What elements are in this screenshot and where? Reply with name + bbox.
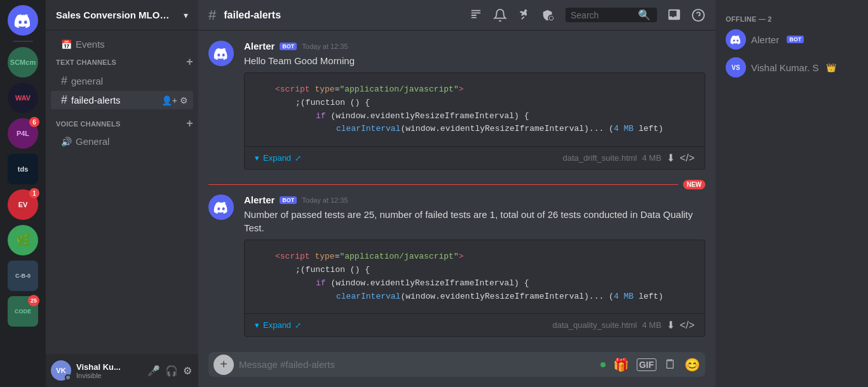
server-icon-scmcm[interactable]: SCMcm xyxy=(8,47,38,78)
message-author-2: Alerter xyxy=(244,194,275,205)
channel-sidebar: Sales Conversion MLOps c ▾ 📅 Events TEXT… xyxy=(46,0,198,387)
sticker-icon[interactable]: 🗒 xyxy=(664,357,677,372)
code-view-icon-2[interactable]: </> xyxy=(680,320,695,331)
file-size-2: 4 MB xyxy=(642,320,661,330)
search-input[interactable] xyxy=(571,10,634,20)
server-icon-cb0[interactable]: C-B-0 xyxy=(8,261,38,291)
chevron-down-icon: ▾ xyxy=(255,153,259,163)
speaker-icon: 🔊 xyxy=(61,137,72,147)
expand-button[interactable]: ▾ Expand ⤢ xyxy=(255,153,301,163)
expand-external-icon: ⤢ xyxy=(295,154,301,163)
message-body: Alerter BOT Today at 12:35 Hello Team Go… xyxy=(244,41,705,170)
chat-header: # failed-alerts 🔍 xyxy=(198,0,715,31)
notification-icon[interactable] xyxy=(493,8,507,22)
user-status: Invisible xyxy=(76,372,141,379)
chevron-down-icon: ▾ xyxy=(184,10,188,20)
code-content: <script type="application/javascript"> ;… xyxy=(245,73,705,146)
divider-line xyxy=(208,184,678,185)
text-channels-section: TEXT CHANNELS + # general # failed-alert… xyxy=(46,53,198,109)
events-item[interactable]: 📅 Events xyxy=(51,36,193,52)
message-header: Alerter BOT Today at 12:35 xyxy=(244,41,705,51)
download-icon-2[interactable]: ⬇ xyxy=(667,319,675,331)
message-author: Alerter xyxy=(244,41,275,51)
channel-item-failed-alerts[interactable]: # failed-alerts 👤+ ⚙ xyxy=(51,91,193,109)
gif-icon[interactable]: GIF xyxy=(637,358,656,371)
user-controls: 🎤 🎧 ⚙ xyxy=(146,363,193,378)
server-icon-ev[interactable]: EV 1 xyxy=(8,189,38,220)
server-divider xyxy=(13,41,33,42)
gift-icon[interactable]: 🎁 xyxy=(613,357,629,372)
server-icon-wav[interactable]: WAV xyxy=(8,83,38,113)
server-icon-tds[interactable]: tds xyxy=(8,154,38,184)
message-avatar-2 xyxy=(208,194,234,220)
chat-input-area: + 🎁 GIF 🗒 😊 xyxy=(198,342,715,387)
members-icon[interactable] xyxy=(541,8,555,22)
pin-icon[interactable] xyxy=(517,8,531,22)
channel-list: 📅 Events TEXT CHANNELS + # general # fai… xyxy=(46,31,198,354)
add-voice-channel-button[interactable]: + xyxy=(186,117,193,130)
mute-button[interactable]: 🎤 xyxy=(146,363,161,378)
file-name-2: data_quality_suite.html xyxy=(553,320,637,330)
emoji-icon[interactable]: 😊 xyxy=(684,357,700,372)
text-channels-header[interactable]: TEXT CHANNELS + xyxy=(46,53,198,71)
code-content-2: <script type="application/javascript"> ;… xyxy=(245,240,705,313)
chat-input-icons: 🎁 GIF 🗒 😊 xyxy=(600,357,700,372)
discord-home-icon[interactable] xyxy=(8,5,38,36)
expand-external-icon-2: ⤢ xyxy=(295,321,301,330)
channel-item-general[interactable]: # general xyxy=(51,72,193,90)
server-icon-p4l[interactable]: P4L 6 xyxy=(8,118,38,149)
code-block: <script type="application/javascript"> ;… xyxy=(244,72,705,170)
calendar-icon: 📅 xyxy=(61,39,72,50)
inbox-icon[interactable] xyxy=(667,8,681,22)
server-icon-code[interactable]: CODE 25 xyxy=(8,296,38,327)
offline-section-header: OFFLINE — 2 xyxy=(721,10,863,25)
search-bar[interactable]: 🔍 xyxy=(566,8,657,22)
message-item: Alerter BOT Today at 12:35 Hello Team Go… xyxy=(208,41,705,170)
online-status-dot xyxy=(600,362,606,367)
threads-icon[interactable] xyxy=(469,8,483,22)
voice-channels-header[interactable]: VOICE CHANNELS + xyxy=(46,114,198,133)
user-settings-button[interactable]: ⚙ xyxy=(182,363,193,378)
file-name: data_drift_suite.html xyxy=(562,153,637,163)
server-header[interactable]: Sales Conversion MLOps c ▾ xyxy=(46,0,198,31)
member-avatar-alerter xyxy=(726,29,746,50)
message-header-2: Alerter BOT Today at 12:35 xyxy=(244,194,705,205)
add-member-icon[interactable]: 👤+ xyxy=(161,95,177,105)
search-icon: 🔍 xyxy=(638,9,651,21)
message-time: Today at 12:35 xyxy=(302,43,348,50)
bot-badge-2: BOT xyxy=(280,196,297,204)
add-text-channel-button[interactable]: + xyxy=(186,55,193,69)
message-body-2: Alerter BOT Today at 12:35 Number of pas… xyxy=(244,194,705,337)
attach-button[interactable]: + xyxy=(214,355,234,375)
message-input[interactable] xyxy=(239,352,595,377)
server-icon-green[interactable]: 🌿 xyxy=(8,225,38,255)
members-sidebar: OFFLINE — 2 Alerter BOT VS Vishal Kumar.… xyxy=(715,0,868,387)
member-item-vishal[interactable]: VS Vishal Kumar. S 👑 xyxy=(721,53,863,81)
settings-icon[interactable]: ⚙ xyxy=(180,95,188,105)
member-name-alerter: Alerter xyxy=(751,34,779,45)
member-item-alerter[interactable]: Alerter BOT xyxy=(721,25,863,53)
main-content: # failed-alerts 🔍 xyxy=(198,0,715,387)
member-bot-badge: BOT xyxy=(787,36,804,43)
download-icon[interactable]: ⬇ xyxy=(667,152,675,164)
message-item-2: Alerter BOT Today at 12:35 Number of pas… xyxy=(208,194,705,337)
channel-item-actions: 👤+ ⚙ xyxy=(161,95,188,105)
file-info-2: data_quality_suite.html 4 MB ⬇ </> xyxy=(553,319,695,331)
chat-header-icons: 🔍 xyxy=(469,8,705,22)
code-footer: ▾ Expand ⤢ data_drift_suite.html 4 MB ⬇ … xyxy=(245,146,705,169)
deafen-button[interactable]: 🎧 xyxy=(164,363,179,378)
code-footer-2: ▾ Expand ⤢ data_quality_suite.html 4 MB … xyxy=(245,313,705,336)
code-block-2: <script type="application/javascript"> ;… xyxy=(244,240,705,337)
hash-icon-active: # xyxy=(61,93,67,107)
file-size: 4 MB xyxy=(642,153,661,163)
crown-icon: 👑 xyxy=(826,63,836,72)
username: Vishal Ku... xyxy=(76,362,141,372)
new-badge: NEW xyxy=(683,180,705,189)
code-view-icon[interactable]: </> xyxy=(680,153,695,164)
server-name: Sales Conversion MLOps c xyxy=(56,10,170,20)
file-info: data_drift_suite.html 4 MB ⬇ </> xyxy=(562,152,695,164)
channel-item-general-voice[interactable]: 🔊 General xyxy=(51,133,193,149)
server-sidebar: SCMcm WAV P4L 6 tds EV 1 🌿 C-B-0 CODE 25 xyxy=(0,0,46,387)
expand-button-2[interactable]: ▾ Expand ⤢ xyxy=(255,320,301,330)
help-icon[interactable] xyxy=(691,8,705,22)
